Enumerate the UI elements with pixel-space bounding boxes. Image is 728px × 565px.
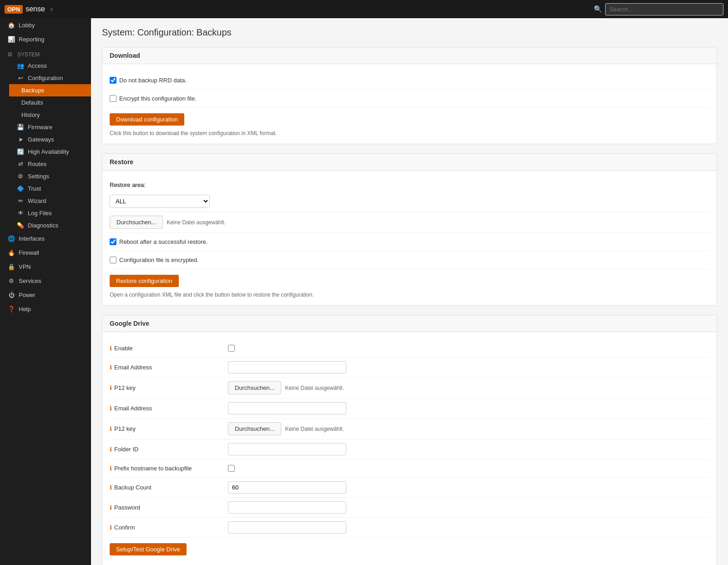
sidebar-item-defaults[interactable]: Defaults [9, 96, 91, 109]
gd-prefix-label: ℹ Prefix hostname to backupfile [110, 465, 228, 472]
sidebar-item-label: Firmware [28, 124, 52, 131]
no-rrd-text: Do not backup RRD data. [119, 77, 187, 84]
sidebar-item-label: Lobby [19, 22, 35, 29]
search-input[interactable] [605, 3, 723, 15]
no-rrd-row: Do not backup RRD data. [110, 71, 709, 90]
sidebar-item-label: Backups [21, 87, 44, 94]
gd-email2-info-icon: ℹ [110, 405, 112, 412]
google-drive-card-body: ℹ Enable ℹ Email Address [102, 332, 717, 565]
gd-email-wrap [228, 361, 709, 373]
sidebar-item-configuration[interactable]: ↩ Configuration [5, 72, 91, 84]
sidebar-item-services[interactable]: ⚙ Services [0, 274, 91, 288]
lobby-icon: 🏠 [8, 22, 15, 29]
gateways-icon: ➤ [17, 136, 24, 143]
sidebar-item-label: Gateways [28, 136, 54, 143]
reboot-checkbox[interactable] [110, 238, 116, 245]
encrypt-label: Encrypt this configuration file. [110, 93, 197, 104]
wizard-icon: ✏ [17, 197, 24, 204]
settings-icon: ⚙ [17, 173, 24, 180]
download-btn-row: Download configuration [110, 108, 709, 128]
sidebar-item-firmware[interactable]: 💾 Firmware [5, 121, 91, 133]
search-icon[interactable]: 🔍 [594, 5, 602, 13]
gd-p12-2-label: ℹ P12 key [110, 425, 228, 432]
encrypt-row: Encrypt this configuration file. [110, 90, 709, 108]
sidebar-item-log-files[interactable]: 👁 Log Files [5, 207, 91, 219]
gd-password-input[interactable] [228, 501, 346, 514]
gd-backup-count-input[interactable] [228, 481, 346, 494]
sidebar-item-routes[interactable]: ⇄ Routes [5, 158, 91, 170]
encrypted-text: Configuration file is encrypted. [119, 257, 199, 263]
gd-enable-label: ℹ Enable [110, 345, 228, 352]
sidebar-item-vpn[interactable]: 🔒 VPN [0, 260, 91, 274]
restore-no-file-text: Keine Datei ausgewählt. [167, 219, 225, 226]
gd-enable-checkbox[interactable] [228, 345, 235, 352]
sidebar-item-label: High Availability [28, 148, 69, 155]
sidebar-item-history[interactable]: History [9, 109, 91, 121]
download-hint: Click this button to download the system… [110, 130, 709, 136]
sidebar-item-power[interactable]: ⏻ Power [0, 288, 91, 302]
reboot-row: Reboot after a successful restore. [110, 233, 709, 251]
gd-email-input[interactable] [228, 361, 346, 373]
collapse-sidebar-icon[interactable]: ‹ [51, 5, 53, 13]
diagnostics-icon: 💊 [17, 222, 24, 229]
gd-p12-label: ℹ P12 key [110, 384, 228, 391]
gd-enable-wrap [228, 345, 709, 352]
no-rrd-checkbox[interactable] [110, 77, 116, 84]
gd-confirm-input[interactable] [228, 521, 346, 534]
sidebar-item-label: Defaults [21, 99, 43, 106]
sidebar-item-label: Diagnostics [28, 222, 58, 229]
google-drive-card: Google Drive ℹ Enable ℹ Email Address [102, 315, 717, 565]
sidebar-item-label: Interfaces [19, 235, 45, 242]
sidebar-item-wizard[interactable]: ✏ Wizard [5, 195, 91, 207]
restore-area-wrap: Restore area: ALL [110, 182, 709, 208]
sidebar-item-interfaces[interactable]: 🌐 Interfaces [0, 232, 91, 246]
gd-backup-count-info-icon: ℹ [110, 484, 112, 491]
download-configuration-button[interactable]: Download configuration [110, 113, 184, 126]
gd-email2-label: ℹ Email Address [110, 405, 228, 412]
restore-file-wrap: Durchsuchen... Keine Datei ausgewählt. [110, 216, 709, 229]
trust-icon: 🔷 [17, 185, 24, 192]
sidebar-item-settings[interactable]: ⚙ Settings [5, 170, 91, 182]
sidebar-item-lobby[interactable]: 🏠 Lobby [0, 18, 91, 32]
sidebar-item-reporting[interactable]: 📊 Reporting [0, 32, 91, 46]
gd-confirm-wrap [228, 521, 709, 534]
download-card-header: Download [102, 47, 717, 64]
gd-enable-info-icon: ℹ [110, 345, 112, 352]
logo-box: OPN [5, 5, 23, 14]
restore-file-row: Durchsuchen... Keine Datei ausgewählt. [110, 212, 709, 233]
gd-email2-row: ℹ Email Address [110, 399, 709, 419]
gd-folder-input[interactable] [228, 443, 346, 455]
gd-p12-wrap: Durchsuchen... Keine Datei ausgewählt. [228, 381, 709, 394]
google-drive-card-header: Google Drive [102, 315, 717, 332]
gd-p12-2-row: ℹ P12 key Durchsuchen... Keine Datei aus… [110, 419, 709, 439]
gd-p12-browse-button[interactable]: Durchsuchen... [228, 381, 281, 394]
help-icon: ❓ [8, 306, 15, 313]
gd-confirm-row: ℹ Confirm [110, 518, 709, 538]
sidebar-item-help[interactable]: ❓ Help [0, 302, 91, 316]
gd-password-label: ℹ Password [110, 504, 228, 511]
sidebar-item-firewall[interactable]: 🔥 Firewall [0, 246, 91, 260]
encrypted-checkbox[interactable] [110, 257, 116, 263]
restore-area-select[interactable]: ALL [110, 195, 210, 208]
gd-email2-wrap [228, 402, 709, 414]
access-icon: 👥 [17, 62, 24, 69]
restore-browse-button[interactable]: Durchsuchen... [110, 216, 163, 229]
sidebar-item-access[interactable]: 👥 Access [5, 60, 91, 72]
sidebar-item-high-availability[interactable]: 🔄 High Availability [5, 146, 91, 158]
sidebar-item-trust[interactable]: 🔷 Trust [5, 182, 91, 195]
setup-google-drive-button[interactable]: Setup/Test Google Drive [110, 543, 187, 555]
gd-email2-input[interactable] [228, 402, 346, 414]
sidebar-item-diagnostics[interactable]: 💊 Diagnostics [5, 219, 91, 232]
firewall-icon: 🔥 [8, 249, 15, 256]
reboot-text: Reboot after a successful restore. [119, 238, 207, 245]
sidebar-item-label: Help [19, 306, 31, 313]
sidebar-item-label: VPN [19, 263, 31, 270]
restore-configuration-button[interactable]: Restore configuration [110, 275, 179, 287]
gd-p12-2-browse-button[interactable]: Durchsuchen... [228, 422, 281, 435]
encrypt-checkbox[interactable] [110, 95, 116, 102]
firmware-icon: 💾 [17, 124, 24, 131]
gd-prefix-checkbox[interactable] [228, 465, 235, 472]
restore-area-label: Restore area: [110, 182, 146, 188]
sidebar-item-gateways[interactable]: ➤ Gateways [5, 133, 91, 146]
sidebar-item-backups[interactable]: Backups [9, 84, 91, 96]
